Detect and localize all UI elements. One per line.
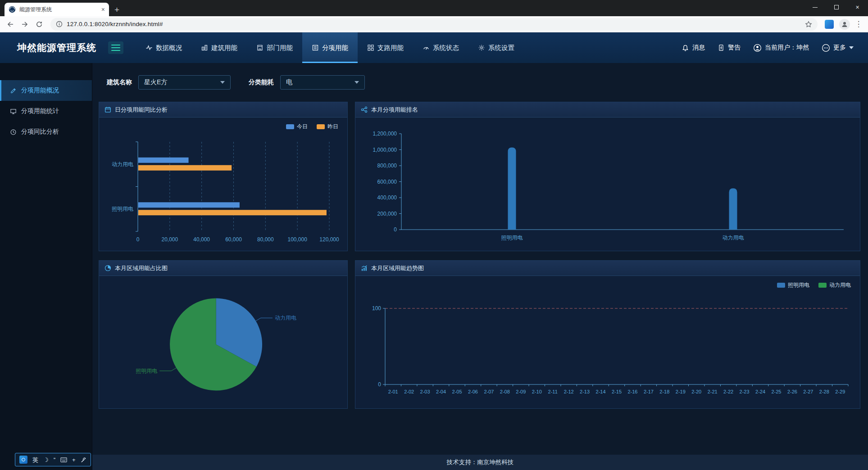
person-icon bbox=[841, 21, 848, 28]
svg-text:120,000: 120,000 bbox=[319, 236, 339, 243]
sidebar-item-category-yoy[interactable]: 分项同比分析 bbox=[0, 122, 92, 142]
svg-text:0: 0 bbox=[378, 381, 381, 388]
url-text: 127.0.0.1:8020/krznnh/index.html# bbox=[67, 21, 801, 27]
site-info-icon[interactable] bbox=[56, 21, 63, 27]
svg-text:2-17: 2-17 bbox=[644, 389, 654, 394]
energy-type-label: 分类能耗 bbox=[249, 78, 274, 86]
current-user-label: 当前用户：坤然 bbox=[765, 44, 809, 52]
nav-item-system-status[interactable]: 系统状态 bbox=[413, 32, 468, 63]
legend-label: 照明用电 bbox=[788, 281, 809, 289]
trend-chart-icon bbox=[361, 265, 368, 271]
panels-grid: 日分项用能同比分析 今日 昨日 bbox=[99, 102, 860, 409]
legend-label: 昨日 bbox=[327, 123, 338, 131]
svg-text:2-19: 2-19 bbox=[676, 389, 686, 394]
browser-profile-icon[interactable] bbox=[839, 19, 850, 30]
browser-tab-strip: 能源管理系统 × + × bbox=[0, 0, 868, 16]
svg-text:动力用电: 动力用电 bbox=[112, 161, 133, 167]
panel-header: 本月分项用能排名 bbox=[355, 102, 860, 118]
chevron-down-icon bbox=[354, 81, 359, 84]
svg-text:80,000: 80,000 bbox=[257, 236, 274, 243]
refresh-button[interactable] bbox=[32, 18, 46, 31]
forward-button[interactable] bbox=[18, 18, 32, 31]
svg-text:100: 100 bbox=[372, 305, 381, 312]
panel-header: 本月区域用能占比图 bbox=[99, 261, 347, 276]
nav-item-building-energy[interactable]: 建筑用能 bbox=[191, 32, 247, 63]
svg-text:2-07: 2-07 bbox=[484, 389, 494, 394]
sidebar-item-label: 分项用能概况 bbox=[21, 86, 59, 95]
more-button[interactable]: 更多 bbox=[822, 44, 854, 52]
region-pie-chart: 动力用电照明用电 bbox=[104, 280, 343, 404]
building-select[interactable]: 星火E方 bbox=[138, 75, 231, 90]
nav-item-department-energy[interactable]: 部门用能 bbox=[247, 32, 302, 63]
window-minimize-button[interactable] bbox=[804, 0, 826, 14]
address-bar[interactable]: 127.0.0.1:8020/krznnh/index.html# bbox=[50, 18, 818, 31]
svg-text:动力用电: 动力用电 bbox=[275, 315, 296, 321]
ime-plus-icon[interactable]: + bbox=[72, 457, 76, 463]
svg-text:2-27: 2-27 bbox=[803, 389, 813, 394]
nav-label: 系统状态 bbox=[433, 44, 459, 52]
panel-monthly-rank: 本月分项用能排名 0200,000400,000600,000800,0001,… bbox=[355, 102, 860, 251]
ime-punctuation-icon[interactable]: ” bbox=[54, 457, 55, 463]
window-close-button[interactable]: × bbox=[847, 0, 868, 14]
ime-toolbar[interactable]: 英 ☽ ” + bbox=[15, 453, 91, 466]
window-controls: × bbox=[804, 0, 868, 14]
panel-body: 今日 昨日 020,00040,00060,00080,000100,00012… bbox=[99, 118, 347, 250]
svg-text:照明用电: 照明用电 bbox=[501, 235, 523, 241]
svg-text:2-16: 2-16 bbox=[627, 389, 637, 394]
legend-item-today[interactable]: 今日 bbox=[286, 123, 308, 131]
legend-item-yesterday[interactable]: 昨日 bbox=[317, 123, 338, 131]
filter-bar: 建筑名称 星火E方 分类能耗 电 bbox=[99, 75, 860, 90]
ime-halfmoon-icon[interactable]: ☽ bbox=[43, 457, 49, 463]
svg-text:2-12: 2-12 bbox=[564, 389, 574, 394]
legend-item-lighting[interactable]: 照明用电 bbox=[777, 281, 809, 289]
svg-text:2-24: 2-24 bbox=[755, 389, 765, 394]
svg-text:2-15: 2-15 bbox=[612, 389, 622, 394]
monitor-icon bbox=[10, 108, 17, 115]
svg-text:2-05: 2-05 bbox=[452, 389, 462, 394]
footer-text: 技术支持：南京坤然科技 bbox=[447, 458, 514, 466]
chart-legend: 照明用电 动力用电 bbox=[777, 281, 851, 289]
panel-daily-comparison: 日分项用能同比分析 今日 昨日 bbox=[99, 102, 348, 251]
nav-item-system-settings[interactable]: 系统设置 bbox=[468, 32, 524, 63]
svg-text:2-02: 2-02 bbox=[404, 389, 414, 394]
bookmark-star-icon[interactable] bbox=[805, 21, 812, 28]
svg-text:2-03: 2-03 bbox=[420, 389, 430, 394]
ime-wrench-icon[interactable] bbox=[81, 457, 86, 463]
bell-icon bbox=[682, 44, 689, 52]
back-button[interactable] bbox=[4, 18, 17, 31]
minimize-icon bbox=[813, 7, 818, 8]
browser-menu-icon[interactable]: ⋮ bbox=[853, 19, 864, 29]
legend-item-power[interactable]: 动力用电 bbox=[818, 281, 851, 289]
messages-button[interactable]: 消息 bbox=[682, 44, 705, 52]
building-icon bbox=[201, 44, 208, 51]
svg-text:2-14: 2-14 bbox=[596, 389, 606, 394]
ime-language-button[interactable]: 英 bbox=[32, 457, 38, 463]
extension-icon[interactable] bbox=[825, 20, 834, 29]
svg-text:2-13: 2-13 bbox=[580, 389, 590, 394]
legend-swatch bbox=[777, 283, 785, 288]
user-avatar-icon bbox=[753, 44, 762, 52]
nav-item-branch-energy[interactable]: 支路用能 bbox=[358, 32, 413, 63]
sidebar-item-category-overview[interactable]: 分项用能概况 bbox=[0, 80, 92, 101]
hamburger-menu-icon[interactable] bbox=[108, 41, 123, 54]
ime-keyboard-icon[interactable] bbox=[60, 457, 67, 462]
sidebar-item-category-stats[interactable]: 分项用能统计 bbox=[0, 101, 92, 122]
ime-logo-icon[interactable] bbox=[19, 456, 27, 464]
tab-close-icon[interactable]: × bbox=[101, 6, 105, 13]
svg-text:800,000: 800,000 bbox=[377, 163, 397, 169]
header-right: 消息 警告 当前用户：坤然 bbox=[682, 32, 854, 63]
nav-label: 支路用能 bbox=[377, 44, 404, 52]
nav-label: 数据概况 bbox=[156, 44, 182, 52]
svg-text:2-18: 2-18 bbox=[659, 389, 669, 394]
energy-type-select[interactable]: 电 bbox=[280, 75, 365, 90]
nav-item-category-energy[interactable]: 分项用能 bbox=[302, 32, 358, 63]
nav-item-data-overview[interactable]: 数据概况 bbox=[136, 32, 191, 63]
svg-text:1,200,000: 1,200,000 bbox=[373, 131, 397, 137]
window-maximize-button[interactable] bbox=[826, 0, 847, 14]
alerts-label: 警告 bbox=[728, 44, 741, 52]
current-user[interactable]: 当前用户：坤然 bbox=[753, 44, 809, 52]
alerts-button[interactable]: 警告 bbox=[718, 44, 741, 52]
new-tab-button[interactable]: + bbox=[114, 5, 119, 14]
browser-tab[interactable]: 能源管理系统 × bbox=[5, 3, 109, 16]
main-content: 建筑名称 星火E方 分类能耗 电 bbox=[92, 63, 868, 470]
